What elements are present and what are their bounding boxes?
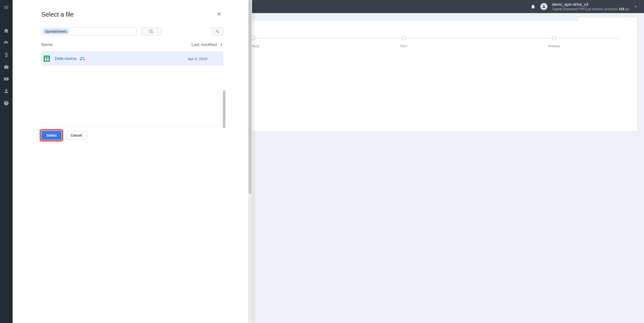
picker-body bbox=[41, 66, 223, 126]
shared-icon bbox=[79, 56, 85, 61]
file-picker: Select a file ✕ Spreadsheets Name Last m… bbox=[41, 3, 223, 323]
picker-title: Select a file bbox=[41, 11, 74, 18]
notifications-icon[interactable] bbox=[530, 4, 536, 9]
column-name[interactable]: Name bbox=[41, 42, 191, 47]
sitemap-icon[interactable] bbox=[0, 37, 13, 49]
chevron-down-icon[interactable] bbox=[633, 4, 638, 9]
user-icon[interactable] bbox=[0, 85, 13, 97]
dollar-icon[interactable] bbox=[0, 49, 13, 61]
filter-chip-spreadsheets[interactable]: Spreadsheets bbox=[43, 28, 69, 34]
youtube-icon[interactable] bbox=[0, 73, 13, 85]
inner-scrollbar[interactable] bbox=[223, 90, 225, 128]
file-name: Data source bbox=[55, 56, 76, 61]
briefcase-icon[interactable] bbox=[0, 61, 13, 73]
file-date: Apr 4, 2024 bbox=[188, 57, 221, 61]
help-icon[interactable] bbox=[0, 97, 13, 109]
sidebar bbox=[0, 0, 13, 323]
home-icon[interactable] bbox=[0, 25, 13, 37]
scrollbar-right[interactable] bbox=[248, 0, 252, 323]
step-test[interactable]: Тест bbox=[328, 36, 479, 48]
sort-button[interactable] bbox=[211, 27, 223, 36]
cancel-button[interactable]: Cancel bbox=[65, 131, 87, 140]
table-header: Name Last modified bbox=[41, 42, 223, 52]
menu-icon[interactable] bbox=[0, 0, 13, 15]
step-finish[interactable]: Финиш bbox=[479, 36, 630, 48]
user-block[interactable]: demo_apix-drive_s3 Тариф |Премиум PRO| д… bbox=[552, 2, 629, 11]
close-icon[interactable]: ✕ bbox=[215, 10, 223, 19]
user-tariff: Тариф |Премиум PRO| до оплаты осталось 1… bbox=[552, 7, 629, 11]
select-button[interactable]: Select bbox=[41, 131, 62, 140]
column-last-modified[interactable]: Last modified bbox=[191, 42, 223, 47]
file-picker-overlay: Select a file ✕ Spreadsheets Name Last m… bbox=[13, 0, 252, 323]
avatar[interactable] bbox=[540, 3, 547, 10]
file-row[interactable]: Data source Apr 4, 2024 bbox=[41, 52, 223, 66]
user-name: demo_apix-drive_s3 bbox=[552, 2, 629, 7]
sheets-icon bbox=[44, 56, 50, 62]
picker-footer: Select Cancel bbox=[41, 126, 223, 140]
search-button[interactable] bbox=[141, 27, 162, 36]
search-input[interactable]: Spreadsheets bbox=[41, 27, 137, 36]
arrow-down-icon bbox=[219, 43, 223, 47]
